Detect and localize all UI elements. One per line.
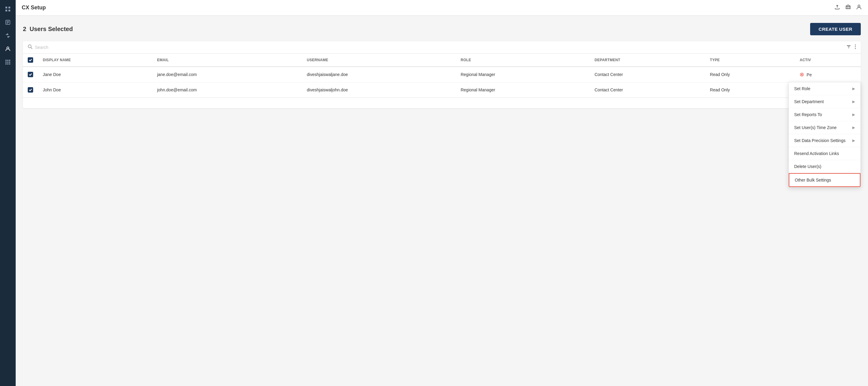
svg-rect-19 [9,63,10,64]
menu-item-delete-users[interactable]: Delete User(s) [789,160,861,173]
content-area: 2 Users Selected CREATE USER [16,16,868,386]
menu-item-set-data-precision-label: Set Data Precision Settings [794,138,845,143]
upload-icon[interactable] [834,4,840,11]
table-row: Jane Doe jane.doe@email.com diveshjaiswa… [23,67,861,82]
svg-line-22 [31,48,33,49]
users-selected-count: 2 [23,26,26,32]
search-bar [23,41,861,54]
row-username: diveshjaiswaljane.doe [302,67,456,82]
svg-rect-2 [5,10,7,11]
topbar: CX Setup [16,0,868,16]
more-options-icon[interactable] [855,44,856,50]
submenu-arrow-icon: ▶ [852,125,855,130]
submenu-arrow-icon: ▶ [852,113,855,117]
table-footer: Items per pag [23,98,861,108]
sidebar-item-users[interactable] [2,43,13,54]
column-username: Username [302,54,456,67]
search-left [28,44,844,50]
svg-point-20 [858,5,860,7]
svg-rect-15 [7,61,8,63]
select-all-checkbox[interactable] [28,57,33,63]
row-email: jane.doe@email.com [152,67,302,82]
column-type: Type [705,54,795,67]
column-department: Department [590,54,705,67]
row-role: Regional Manager [456,82,590,98]
menu-item-set-role-label: Set Role [794,86,810,91]
row-status: ⊗ Pe [795,67,861,82]
submenu-arrow-icon: ▶ [852,87,855,91]
row-department: Contact Center [590,67,705,82]
row-type: Read Only [705,82,795,98]
search-icon [28,44,33,50]
topbar-actions [834,4,862,11]
sidebar-item-activity[interactable] [2,17,13,28]
svg-rect-1 [8,7,10,8]
row-display-name: John Doe [38,82,152,98]
svg-point-21 [28,45,31,48]
user-icon[interactable] [856,4,862,11]
svg-marker-9 [7,36,10,38]
svg-rect-18 [7,63,8,64]
row-username: diveshjaiswaljohn.doe [302,82,456,98]
svg-rect-11 [5,60,7,61]
row-checkbox[interactable] [28,87,33,93]
status-denied-icon: ⊗ [800,71,804,78]
bank-icon[interactable] [845,4,851,11]
users-selected-text: Users Selected [30,26,73,32]
context-menu: Set Role ▶ Set Department ▶ Set Reports … [788,82,861,187]
svg-marker-8 [5,33,8,35]
submenu-arrow-icon: ▶ [852,99,855,104]
svg-point-23 [855,44,856,46]
svg-rect-16 [9,61,10,63]
menu-item-set-timezone-label: Set User(s) Time Zone [794,125,837,130]
svg-rect-3 [8,10,10,11]
row-role: Regional Manager [456,67,590,82]
main-container: CX Setup [16,0,868,386]
svg-point-25 [855,48,856,49]
column-email: Email [152,54,302,67]
menu-item-other-bulk-settings-label: Other Bulk Settings [795,178,831,182]
row-checkbox-cell [23,82,38,98]
sidebar-item-modules[interactable] [2,57,13,67]
menu-item-delete-users-label: Delete User(s) [794,164,821,169]
menu-item-other-bulk-settings[interactable]: Other Bulk Settings [789,173,861,187]
svg-rect-14 [5,61,7,63]
row-type: Read Only [705,67,795,82]
svg-rect-0 [5,7,7,8]
users-table: Display Name Email Username Role Departm… [23,54,861,98]
table-header-row: Display Name Email Username Role Departm… [23,54,861,67]
menu-item-set-data-precision[interactable]: Set Data Precision Settings ▶ [789,134,861,147]
page-header: 2 Users Selected CREATE USER [23,23,861,35]
create-user-button[interactable]: CREATE USER [810,23,861,35]
menu-item-set-timezone[interactable]: Set User(s) Time Zone ▶ [789,121,861,134]
sidebar-item-signals[interactable] [2,30,13,41]
sidebar-item-apps[interactable] [2,4,13,14]
table-card: Display Name Email Username Role Departm… [23,41,861,108]
search-input[interactable] [35,45,844,50]
users-selected-label: 2 Users Selected [23,26,73,33]
app-title: CX Setup [22,4,46,11]
menu-item-set-reports-to[interactable]: Set Reports To ▶ [789,108,861,121]
column-role: Role [456,54,590,67]
svg-rect-13 [9,60,10,61]
row-display-name: Jane Doe [38,67,152,82]
svg-rect-12 [7,60,8,61]
row-checkbox-cell [23,67,38,82]
menu-item-set-reports-to-label: Set Reports To [794,112,822,117]
column-active: Activ [795,54,861,67]
sidebar [0,0,16,386]
row-checkbox[interactable] [28,72,33,77]
row-email: john.doe@email.com [152,82,302,98]
filter-icon[interactable] [846,44,851,50]
menu-item-set-department[interactable]: Set Department ▶ [789,95,861,108]
submenu-arrow-icon: ▶ [852,139,855,143]
column-checkbox [23,54,38,67]
menu-item-set-department-label: Set Department [794,99,824,104]
column-display-name: Display Name [38,54,152,67]
search-actions [846,44,856,50]
menu-item-resend-activation[interactable]: Resend Activation Links [789,147,861,160]
row-department: Contact Center [590,82,705,98]
menu-item-set-role[interactable]: Set Role ▶ [789,82,861,95]
table-row: John Doe john.doe@email.com diveshjaiswa… [23,82,861,98]
svg-rect-17 [5,63,7,64]
